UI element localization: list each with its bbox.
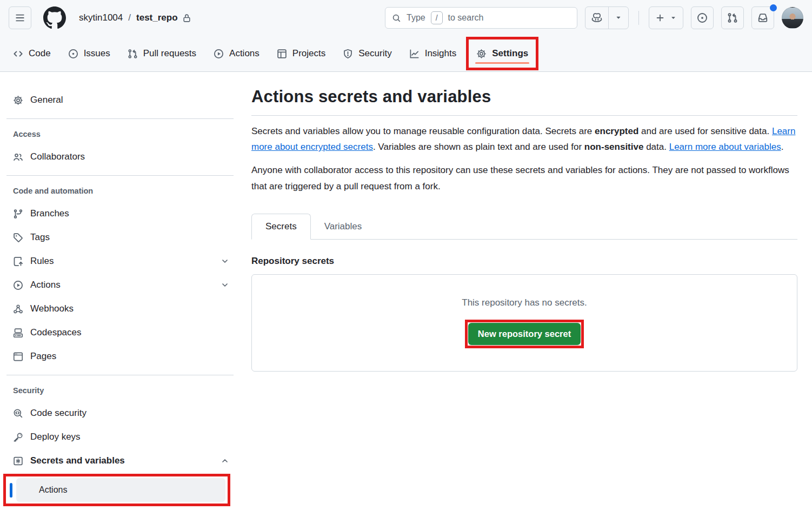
user-avatar[interactable]	[782, 7, 803, 29]
create-new-button[interactable]	[649, 6, 683, 29]
issue-opened-icon	[697, 12, 708, 23]
graph-icon	[409, 49, 420, 59]
sidebar-item-codespaces[interactable]: Codespaces	[9, 321, 234, 345]
gear-icon	[13, 95, 23, 105]
git-pull-request-icon	[128, 49, 138, 59]
sidebar-item-label: Branches	[30, 208, 69, 219]
sidebar-subitem-actions-secrets[interactable]: Actions	[16, 478, 225, 502]
title-divider	[251, 115, 797, 116]
shield-icon	[343, 49, 353, 59]
breadcrumb-separator: /	[128, 12, 131, 23]
pull-requests-button[interactable]	[721, 6, 744, 29]
plus-icon	[655, 13, 665, 23]
search-icon	[392, 14, 401, 23]
tab-label: Actions	[229, 48, 259, 59]
content-area: General Access Collaborators Code and au…	[0, 72, 812, 509]
sidebar-item-label: Secrets and variables	[30, 455, 125, 466]
copilot-button[interactable]	[585, 7, 608, 29]
sidebar-divider	[6, 375, 234, 375]
sidebar-item-webhooks[interactable]: Webhooks	[9, 297, 234, 321]
copilot-icon	[591, 12, 602, 23]
copilot-dropdown-button[interactable]	[608, 7, 628, 29]
tab-secrets[interactable]: Secrets	[251, 214, 311, 240]
sidebar-item-branches[interactable]: Branches	[9, 202, 234, 226]
sidebar-item-label: Rules	[30, 256, 54, 267]
annotation-box-sidebar-actions: Actions	[3, 474, 230, 506]
tab-label: Issues	[84, 48, 110, 59]
text-segment: data.	[643, 142, 669, 152]
sidebar-section-access: Access	[9, 124, 234, 145]
tab-label: Projects	[292, 48, 325, 59]
sidebar-item-collaborators[interactable]: Collaborators	[9, 145, 234, 169]
table-icon	[277, 49, 287, 59]
slash-key-hint: /	[431, 11, 443, 24]
new-repository-secret-button[interactable]: New repository secret	[468, 323, 581, 345]
sidebar-divider	[6, 175, 234, 176]
lock-icon	[182, 14, 191, 23]
tab-label: Security	[358, 48, 391, 59]
issues-button[interactable]	[691, 6, 714, 29]
sidebar-item-label: Actions	[30, 280, 61, 290]
sidebar-item-label: Deploy keys	[30, 432, 81, 442]
chevron-up-icon[interactable]	[221, 456, 229, 465]
tab-issues[interactable]: Issues	[61, 36, 118, 71]
main-panel: Actions secrets and variables Secrets an…	[240, 72, 812, 372]
global-header: skytin1004 / test_repo Type / to search	[0, 0, 812, 36]
annotation-box-settings: Settings	[466, 37, 538, 70]
repository-secrets-heading: Repository secrets	[251, 256, 797, 267]
sidebar-item-rules[interactable]: Rules	[9, 249, 234, 273]
sidebar-item-code-security[interactable]: Code security	[9, 401, 234, 425]
search-input[interactable]: Type / to search	[385, 7, 577, 29]
sidebar-divider	[6, 118, 234, 119]
codespaces-icon	[13, 328, 23, 338]
sidebar-section-code-automation: Code and automation	[9, 181, 234, 202]
second-paragraph: Anyone with collaborator access to this …	[251, 162, 797, 194]
text-segment: .	[781, 142, 784, 152]
chevron-down-icon[interactable]	[221, 281, 229, 289]
tab-label: Settings	[492, 48, 528, 59]
text-segment: non-sensitive	[584, 142, 644, 152]
search-placeholder-prefix: Type	[407, 13, 425, 23]
breadcrumb-owner[interactable]: skytin1004	[79, 12, 123, 23]
github-logo-icon[interactable]	[43, 6, 66, 29]
sidebar-item-deploy-keys[interactable]: Deploy keys	[9, 425, 234, 449]
tab-code[interactable]: Code	[5, 36, 58, 71]
tab-label: Pull requests	[143, 48, 196, 59]
selected-item-accent-bar	[10, 483, 12, 498]
sidebar-item-tags[interactable]: Tags	[9, 226, 234, 249]
tab-label: Insights	[425, 48, 457, 59]
tab-settings[interactable]: Settings	[469, 39, 536, 68]
browser-icon	[13, 352, 23, 362]
empty-secrets-box: This repository has no secrets. New repo…	[251, 274, 797, 372]
three-bars-icon	[15, 13, 25, 23]
sidebar-item-label: Codespaces	[30, 327, 82, 338]
people-icon	[13, 152, 23, 162]
triangle-down-icon	[670, 15, 677, 22]
sidebar-item-label: Collaborators	[30, 151, 85, 162]
breadcrumb-repo[interactable]: test_repo	[136, 12, 191, 23]
inline-link[interactable]: Learn more about variables	[669, 142, 781, 152]
sidebar-item-label: General	[30, 95, 63, 105]
hamburger-menu-button[interactable]	[9, 6, 31, 29]
copilot-button-group	[585, 6, 629, 29]
play-icon	[214, 49, 224, 59]
tab-pull-requests[interactable]: Pull requests	[120, 36, 204, 71]
page-title: Actions secrets and variables	[251, 87, 797, 107]
tab-insights[interactable]: Insights	[402, 36, 464, 71]
chevron-down-icon[interactable]	[221, 257, 229, 266]
text-segment: encrypted	[595, 126, 638, 136]
sidebar-item-general[interactable]: General	[9, 88, 234, 112]
webhook-icon	[13, 304, 23, 314]
repo-tab-nav: Code Issues Pull requests Actions Projec…	[0, 36, 812, 72]
tab-security[interactable]: Security	[335, 36, 399, 71]
sidebar-item-actions[interactable]: Actions	[9, 273, 234, 297]
sidebar-item-secrets-and-variables[interactable]: Secrets and variables	[9, 449, 234, 473]
inbox-icon	[757, 12, 768, 23]
sidebar-item-pages[interactable]: Pages	[9, 345, 234, 368]
tab-projects[interactable]: Projects	[269, 36, 333, 71]
tab-variables[interactable]: Variables	[311, 214, 376, 239]
tab-actions[interactable]: Actions	[206, 36, 267, 71]
secrets-variables-tabs: Secrets Variables	[251, 214, 797, 240]
code-icon	[13, 49, 23, 59]
codescan-icon	[13, 408, 23, 419]
